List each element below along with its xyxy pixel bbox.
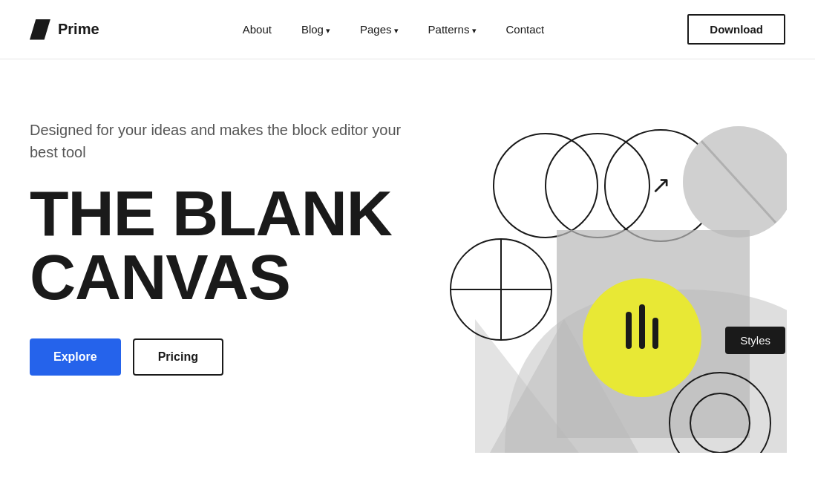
nav-item-blog[interactable]: Blog (301, 23, 330, 36)
nav-item-contact[interactable]: Contact (506, 23, 545, 36)
hero-content: Designed for your ideas and makes the bl… (30, 104, 416, 376)
logo-text: Prime (58, 21, 99, 38)
svg-text:↗: ↗ (651, 171, 671, 198)
hero-buttons: Explore Pricing (30, 338, 416, 376)
styles-badge: Styles (725, 327, 785, 354)
download-button[interactable]: Download (687, 14, 785, 45)
nav-link-patterns[interactable]: Patterns (428, 23, 477, 36)
nav-links: About Blog Pages Patterns Contact (243, 23, 545, 36)
svg-rect-13 (626, 312, 632, 349)
logo-icon (30, 19, 50, 40)
hero-subtitle: Designed for your ideas and makes the bl… (30, 119, 416, 163)
navbar: Prime About Blog Pages Patterns Contact … (0, 0, 815, 59)
nav-link-pages[interactable]: Pages (360, 23, 399, 36)
logo-link[interactable]: Prime (30, 19, 99, 40)
hero-title: THE BLANK CANVAS (30, 181, 416, 309)
explore-button[interactable]: Explore (30, 338, 121, 376)
svg-rect-14 (639, 304, 645, 349)
svg-rect-15 (652, 318, 658, 349)
svg-point-6 (683, 126, 787, 238)
shapes-area: ↗ (431, 82, 802, 468)
nav-item-pages[interactable]: Pages (360, 23, 399, 36)
nav-link-contact[interactable]: Contact (506, 23, 545, 36)
nav-link-about[interactable]: About (243, 23, 272, 36)
nav-link-blog[interactable]: Blog (301, 23, 330, 36)
hero-illustration: ↗ (416, 104, 785, 504)
hero-section: Designed for your ideas and makes the bl… (0, 59, 815, 504)
nav-item-about[interactable]: About (243, 23, 272, 36)
pricing-button[interactable]: Pricing (133, 338, 223, 376)
nav-item-patterns[interactable]: Patterns (428, 23, 477, 36)
shapes-svg: ↗ (431, 82, 787, 453)
